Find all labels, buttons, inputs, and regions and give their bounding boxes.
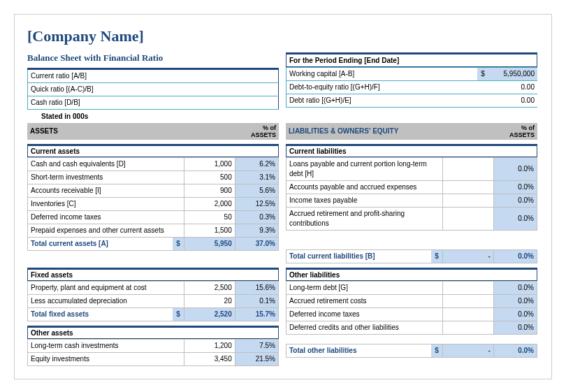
working-capital-label: Working capital [A-B] xyxy=(286,68,478,81)
other-assets-heading: Other assets xyxy=(27,326,279,339)
total-other-liab-label: Total other liabilities xyxy=(286,344,432,358)
ratio-current: Current ratio [A/B] xyxy=(28,69,230,83)
debt-equity-label: Debt-to-equity ratio [(G+H)/F] xyxy=(286,81,478,94)
period-ending: For the Period Ending [End Date] xyxy=(286,52,537,67)
total-fixed-assets-label: Total fixed assets xyxy=(28,308,173,321)
ratios-left-box: Current ratio [A/B] Quick ratio [(A-C)/B… xyxy=(27,68,279,110)
pct-assets-heading: % of ASSETS xyxy=(237,123,279,140)
fixed-assets-table: Property, plant and equipment at cost2,5… xyxy=(27,281,279,321)
row-label: Cash and cash equivalents [D] xyxy=(28,158,173,171)
debt-ratio-value: 0.00 xyxy=(488,94,537,108)
fixed-assets-heading: Fixed assets xyxy=(27,268,279,281)
stated-in: Stated in 000s xyxy=(27,110,279,123)
pct-assets-heading-r: % ofASSETS xyxy=(495,123,537,140)
ratio-quick: Quick ratio [(A-C)/B] xyxy=(28,83,230,96)
current-assets-heading: Current assets xyxy=(27,144,279,157)
other-liab-table: Long-term debt [G]0.0% Accrued retiremen… xyxy=(286,281,537,358)
current-liab-table: Loans payable and current portion long-t… xyxy=(286,157,537,263)
doc-subtitle: Balance Sheet with Financial Ratio xyxy=(27,52,279,64)
other-assets-table: Long-term cash investments1,2007.5% Equi… xyxy=(27,339,279,366)
other-liab-heading: Other liabilities xyxy=(286,268,537,281)
currency-symbol: $ xyxy=(477,68,488,81)
total-current-liab-label: Total current liabilities [B] xyxy=(286,250,432,263)
ratio-cash: Cash ratio [D/B] xyxy=(28,96,230,110)
liab-header: LIABILITIES & OWNERS' EQUITY % ofASSETS xyxy=(286,123,537,140)
current-assets-table: Cash and cash equivalents [D]1,0006.2% S… xyxy=(27,157,279,251)
row-pct: 6.2% xyxy=(235,158,278,171)
company-name: [Company Name] xyxy=(27,27,539,45)
assets-header: ASSETS% of ASSETS xyxy=(27,123,279,140)
debt-ratio-label: Debt ratio [(G+H)/E] xyxy=(286,94,478,108)
debt-equity-value: 0.00 xyxy=(488,81,537,94)
balance-sheet-page: [Company Name] Balance Sheet with Financ… xyxy=(14,14,552,379)
total-current-assets-label: Total current assets [A] xyxy=(28,238,173,251)
assets-heading: ASSETS xyxy=(27,123,237,140)
ratios-right-box: Working capital [A-B] $ 5,950,000 Debt-t… xyxy=(286,67,537,108)
total-current-assets-value: 5,950 xyxy=(184,238,235,251)
working-capital-value: 5,950,000 xyxy=(488,68,537,81)
row-value: 1,000 xyxy=(184,158,235,171)
total-current-liab-value: - xyxy=(443,250,494,263)
liab-heading: LIABILITIES & OWNERS' EQUITY xyxy=(286,123,495,140)
current-liab-heading: Current liabilities xyxy=(286,144,537,157)
